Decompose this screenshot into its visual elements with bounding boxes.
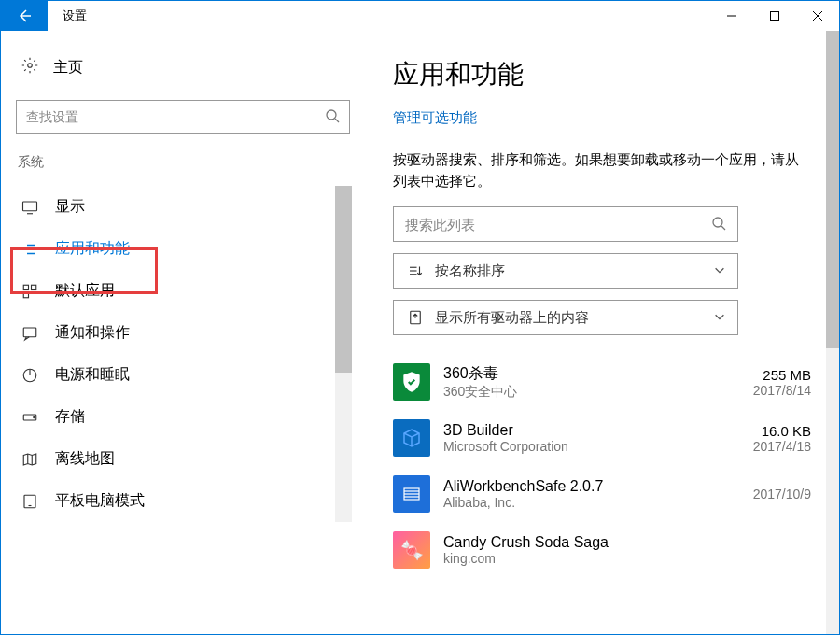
- svg-rect-1: [771, 12, 779, 21]
- home-link[interactable]: 主页: [16, 49, 350, 85]
- app-publisher: 360安全中心: [443, 384, 753, 401]
- main-scrollbar-thumb[interactable]: [826, 31, 839, 348]
- sidebar-item-label: 电源和睡眠: [55, 365, 130, 385]
- sidebar-item-default-apps[interactable]: 默认应用: [16, 270, 350, 312]
- sort-label: 按名称排序: [426, 262, 713, 280]
- filter-label: 显示所有驱动器上的内容: [426, 309, 713, 327]
- svg-rect-18: [23, 328, 36, 337]
- app-date: 2017/10/9: [753, 487, 811, 501]
- sidebar-item-label: 默认应用: [55, 281, 115, 301]
- monitor-icon: [21, 199, 38, 216]
- app-publisher: king.com: [443, 551, 811, 566]
- app-size: 255 MB: [753, 367, 811, 383]
- svg-line-28: [721, 226, 725, 230]
- app-icon-3dbuilder: [393, 419, 430, 457]
- settings-search[interactable]: [16, 100, 350, 134]
- page-title: 应用和功能: [393, 57, 811, 92]
- sidebar-item-label: 离线地图: [55, 449, 115, 469]
- sidebar-item-label: 存储: [55, 407, 85, 427]
- app-icon-aliworkbench: [393, 475, 430, 513]
- maximize-icon: [769, 10, 780, 21]
- map-icon: [21, 451, 38, 468]
- app-row[interactable]: 360杀毒 360安全中心 255 MB 2017/8/14: [393, 354, 811, 410]
- svg-rect-16: [32, 285, 36, 289]
- sidebar-scrollbar-thumb[interactable]: [335, 186, 352, 373]
- sidebar-item-display[interactable]: 显示: [16, 186, 350, 228]
- power-icon: [21, 367, 38, 384]
- app-row[interactable]: AliWorkbenchSafe 2.0.7 Alibaba, Inc. 201…: [393, 466, 811, 522]
- svg-rect-7: [23, 202, 37, 211]
- chevron-down-icon: [713, 263, 726, 279]
- chevron-down-icon: [713, 310, 726, 326]
- titlebar: 设置: [1, 1, 839, 31]
- svg-point-22: [34, 416, 35, 418]
- sort-dropdown[interactable]: 按名称排序: [393, 253, 738, 289]
- main-panel: 应用和功能 管理可选功能 按驱动器搜索、排序和筛选。如果想要卸载或移动一个应用，…: [365, 31, 839, 634]
- svg-point-4: [28, 64, 33, 68]
- sidebar-item-label: 应用和功能: [55, 239, 130, 259]
- app-meta: 16.0 KB 2017/4/18: [753, 423, 811, 454]
- minimize-button[interactable]: [710, 1, 753, 31]
- sidebar-item-power[interactable]: 电源和睡眠: [16, 354, 350, 396]
- chat-icon: [21, 325, 38, 342]
- app-list: 360杀毒 360安全中心 255 MB 2017/8/14 3D Builde…: [393, 354, 811, 578]
- app-info: Candy Crush Soda Saga king.com: [430, 534, 811, 566]
- sidebar-item-tablet[interactable]: 平板电脑模式: [16, 480, 350, 522]
- sidebar-item-label: 显示: [55, 197, 85, 217]
- svg-rect-17: [23, 292, 28, 297]
- close-button[interactable]: [796, 1, 839, 31]
- app-size: 16.0 KB: [753, 423, 811, 439]
- gear-icon: [21, 57, 38, 78]
- sidebar-item-label: 通知和操作: [55, 323, 130, 343]
- filter-dropdown[interactable]: 显示所有驱动器上的内容: [393, 300, 738, 335]
- app-row[interactable]: 3D Builder Microsoft Corporation 16.0 KB…: [393, 410, 811, 466]
- manage-optional-link[interactable]: 管理可选功能: [393, 109, 477, 127]
- search-icon: [325, 108, 340, 126]
- sidebar-item-notifications[interactable]: 通知和操作: [16, 312, 350, 354]
- arrow-left-icon: [17, 8, 32, 23]
- app-icon-360: [393, 363, 430, 401]
- sidebar-item-maps[interactable]: 离线地图: [16, 438, 350, 480]
- drive-filter-icon: [405, 309, 426, 326]
- app-row[interactable]: 🍬 Candy Crush Soda Saga king.com: [393, 522, 811, 578]
- svg-point-5: [327, 110, 336, 120]
- svg-point-27: [713, 218, 722, 227]
- svg-line-6: [335, 119, 339, 122]
- app-name: 3D Builder: [443, 422, 753, 439]
- home-label: 主页: [53, 58, 83, 78]
- app-name: AliWorkbenchSafe 2.0.7: [443, 478, 753, 495]
- sidebar-item-label: 平板电脑模式: [55, 491, 145, 511]
- window-controls: [710, 1, 839, 31]
- sidebar-scrollbar[interactable]: [335, 186, 352, 522]
- app-publisher: Microsoft Corporation: [443, 439, 753, 454]
- sidebar-item-apps[interactable]: 应用和功能: [16, 228, 350, 270]
- app-meta: 2017/10/9: [753, 487, 811, 501]
- list-icon: [21, 241, 38, 258]
- svg-rect-15: [23, 285, 28, 289]
- back-button[interactable]: [1, 1, 48, 31]
- sidebar: 主页 系统 显示 应用和功能 默认应用 通: [1, 31, 365, 634]
- search-icon: [711, 216, 726, 233]
- minimize-icon: [726, 10, 737, 21]
- app-meta: 255 MB 2017/8/14: [753, 367, 811, 398]
- maximize-button[interactable]: [753, 1, 796, 31]
- app-date: 2017/8/14: [753, 383, 811, 398]
- app-publisher: Alibaba, Inc.: [443, 495, 753, 510]
- close-icon: [812, 10, 823, 21]
- app-search-input[interactable]: [405, 217, 711, 233]
- grid-icon: [21, 283, 38, 300]
- settings-search-input[interactable]: [26, 109, 325, 124]
- app-date: 2017/4/18: [753, 439, 811, 454]
- app-info: 3D Builder Microsoft Corporation: [430, 422, 753, 454]
- app-info: 360杀毒 360安全中心: [430, 364, 753, 401]
- sidebar-item-storage[interactable]: 存储: [16, 396, 350, 438]
- main-scrollbar[interactable]: [826, 31, 839, 634]
- sort-icon: [405, 262, 426, 279]
- app-name: Candy Crush Soda Saga: [443, 534, 811, 551]
- nav-group-label: 系统: [18, 154, 350, 171]
- description-text: 按驱动器搜索、排序和筛选。如果想要卸载或移动一个应用，请从列表中选择它。: [393, 149, 811, 191]
- tablet-icon: [21, 493, 38, 510]
- drive-icon: [21, 409, 38, 426]
- window-title: 设置: [48, 7, 87, 24]
- app-search[interactable]: [393, 206, 738, 242]
